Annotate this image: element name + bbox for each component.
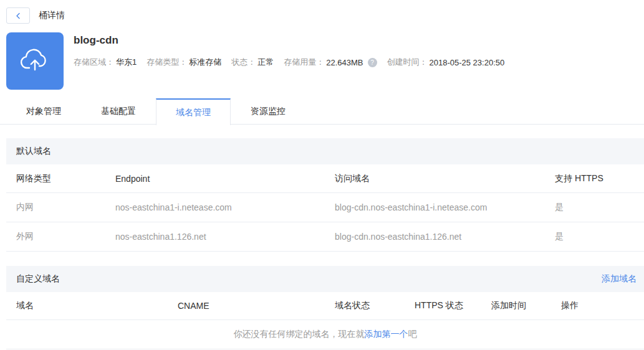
cell-network-type: 内网	[6, 202, 115, 213]
bucket-info-row: 存储区域： 华东1 存储类型： 标准存储 状态： 正常 存储用量： 22.643…	[74, 57, 504, 68]
column-header-actions: 操作	[561, 300, 644, 311]
cell-https-support: 是	[555, 231, 644, 242]
column-header-add-time: 添加时间	[491, 300, 561, 311]
column-header-access-domain: 访问域名	[335, 173, 555, 184]
column-header-endpoint: Endpoint	[115, 174, 335, 184]
default-domains-table: 网络类型 Endpoint 访问域名 支持 HTTPS 内网 nos-eastc…	[6, 164, 644, 252]
add-domain-link[interactable]: 添加域名	[602, 273, 637, 285]
bucket-meta: blog-cdn 存储区域： 华东1 存储类型： 标准存储 状态： 正常 存储用…	[74, 32, 504, 90]
cell-access-domain: blog-cdn.nos-eastchina1.126.net	[335, 232, 555, 242]
table-row: 外网 nos-eastchina1.126.net blog-cdn.nos-e…	[6, 222, 644, 252]
default-domains-section-bar: 默认域名	[6, 138, 644, 164]
cell-endpoint: nos-eastchina1-i.netease.com	[115, 202, 335, 212]
default-domains-header-row: 网络类型 Endpoint 访问域名 支持 HTTPS	[6, 164, 644, 193]
custom-domains-title: 自定义域名	[16, 273, 60, 285]
topbar: 桶详情	[0, 0, 644, 24]
bucket-header: blog-cdn 存储区域： 华东1 存储类型： 标准存储 状态： 正常 存储用…	[6, 32, 638, 90]
tab-bar: 对象管理 基础配置 域名管理 资源监控	[0, 98, 644, 125]
cloud-upload-icon	[6, 32, 64, 90]
column-header-https-status: HTTPS 状态	[415, 300, 491, 311]
column-header-network-type: 网络类型	[6, 173, 115, 184]
column-header-cname: CNAME	[178, 301, 335, 311]
storage-type-label: 存储类型：	[147, 57, 187, 68]
tab-domain-management[interactable]: 域名管理	[156, 98, 231, 125]
status-label: 状态：	[231, 57, 256, 68]
usage-value: 22.643MB	[326, 58, 363, 67]
region-value: 华东1	[116, 57, 137, 68]
region-label: 存储区域：	[74, 57, 114, 68]
default-domains-title: 默认域名	[16, 146, 51, 157]
cell-https-support: 是	[555, 202, 644, 213]
bucket-name: blog-cdn	[74, 34, 504, 47]
question-circle-icon[interactable]: ?	[368, 58, 377, 67]
custom-domains-table: 域名 CNAME 域名状态 HTTPS 状态 添加时间 操作 你还没有任何绑定的…	[6, 292, 644, 349]
column-header-https-support: 支持 HTTPS	[555, 173, 644, 184]
status-value: 正常	[257, 57, 274, 68]
usage-label: 存储用量：	[284, 57, 324, 68]
chevron-left-icon	[15, 12, 22, 19]
empty-state-text-before: 你还没有任何绑定的域名，现在就	[234, 329, 365, 340]
created-label: 创建时间：	[387, 57, 428, 68]
tab-object-management[interactable]: 对象管理	[6, 98, 81, 125]
storage-type-value: 标准存储	[189, 57, 221, 68]
add-first-domain-link[interactable]: 添加第一个	[365, 329, 408, 340]
created-value: 2018-05-25 23:20:50	[430, 58, 505, 67]
tab-basic-config[interactable]: 基础配置	[81, 98, 156, 125]
cell-network-type: 外网	[6, 231, 115, 242]
tab-resource-monitor[interactable]: 资源监控	[231, 98, 305, 125]
empty-state-text-after: 吧	[408, 329, 417, 340]
cell-access-domain: blog-cdn.nos-eastchina1-i.netease.com	[335, 202, 555, 212]
page-title: 桶详情	[39, 10, 65, 21]
table-row: 内网 nos-eastchina1-i.netease.com blog-cdn…	[6, 193, 644, 222]
tab-content: 默认域名 网络类型 Endpoint 访问域名 支持 HTTPS 内网 nos-…	[6, 138, 644, 349]
column-header-domain-status: 域名状态	[335, 300, 415, 311]
custom-domains-section-bar: 自定义域名 添加域名	[6, 266, 644, 292]
cell-endpoint: nos-eastchina1.126.net	[115, 232, 335, 242]
empty-state: 你还没有任何绑定的域名，现在就添加第一个吧	[6, 320, 644, 349]
custom-domains-header-row: 域名 CNAME 域名状态 HTTPS 状态 添加时间 操作	[6, 292, 644, 320]
back-button[interactable]	[6, 7, 30, 24]
column-header-domain: 域名	[6, 300, 178, 311]
